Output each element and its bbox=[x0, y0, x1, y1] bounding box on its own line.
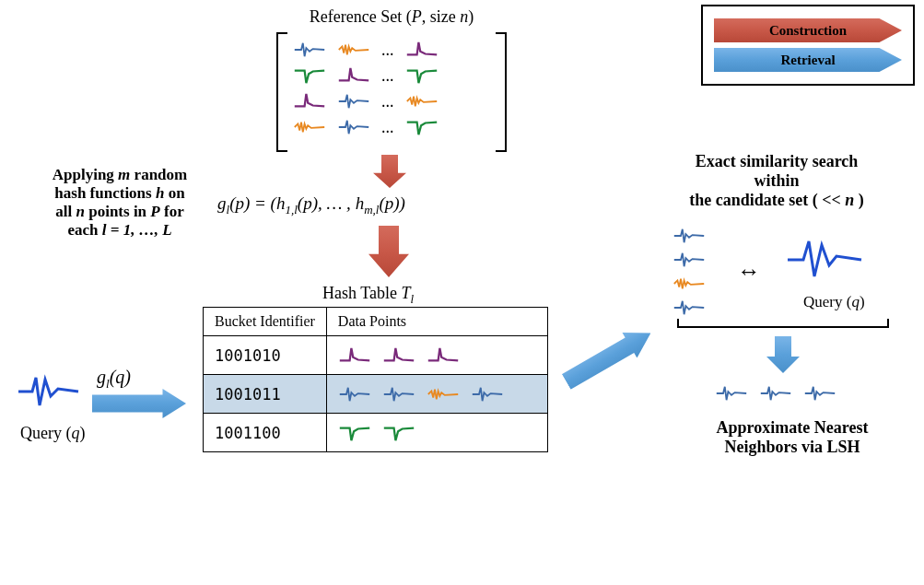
waveform-orange-icon bbox=[293, 117, 326, 137]
table-row: 1001010 bbox=[204, 336, 548, 375]
query-waveform-right-icon bbox=[783, 232, 866, 287]
table-row-highlighted: 1001011 bbox=[204, 375, 548, 414]
waveform-blue-icon bbox=[382, 384, 415, 404]
data-header: Data Points bbox=[326, 308, 547, 336]
data-points-cell bbox=[326, 336, 547, 375]
query-waveform-icon bbox=[14, 369, 83, 415]
waveform-green-dip-icon bbox=[405, 117, 439, 137]
construction-arrow-down-big-icon bbox=[368, 226, 409, 277]
waveform-green-dip-icon bbox=[338, 423, 371, 443]
bucket-id-cell: 1001011 bbox=[204, 375, 327, 414]
waveform-blue-icon bbox=[759, 383, 792, 404]
bracket-left-icon bbox=[276, 32, 287, 152]
waveform-orange-icon bbox=[673, 274, 706, 294]
legend-box: Construction Retrieval bbox=[701, 5, 915, 86]
data-points-cell bbox=[326, 414, 547, 452]
double-arrow-icon: ↔ bbox=[737, 258, 761, 286]
result-line1: Approximate Nearest bbox=[717, 418, 869, 437]
query-label: Query (q) bbox=[20, 424, 85, 443]
matrix-grid: ... ... ... ... bbox=[293, 40, 439, 137]
table-title-T: T bbox=[401, 284, 410, 302]
hash-table: Bucket Identifier Data Points 1001010 10… bbox=[203, 307, 548, 452]
waveform-blue-icon bbox=[293, 40, 326, 60]
reference-matrix: ... ... ... ... bbox=[276, 32, 507, 152]
waveform-green-dip-icon bbox=[405, 65, 439, 86]
candidate-set bbox=[673, 226, 728, 322]
legend-retrieval-row: Retrieval bbox=[714, 47, 902, 73]
bucket-header: Bucket Identifier bbox=[204, 308, 327, 336]
retrieval-arrow: Retrieval bbox=[714, 48, 902, 72]
matrix-ellipsis: ... bbox=[381, 118, 394, 137]
exact-search-description: Exact similarity search within the candi… bbox=[648, 152, 906, 210]
waveform-blue-icon bbox=[337, 117, 370, 137]
waveform-purple-spike-icon bbox=[338, 345, 371, 366]
hash-formula: gl(p) = (h1,l(p), … , hm,l(p)) bbox=[217, 193, 405, 217]
matrix-ellipsis: ... bbox=[381, 92, 394, 111]
q-formula-q: (q) bbox=[110, 367, 131, 387]
construction-arrow: Construction bbox=[714, 18, 902, 42]
query-hash-formula: gl(q) bbox=[97, 367, 131, 392]
formula-h: h bbox=[276, 193, 286, 213]
underbracket-icon bbox=[677, 319, 889, 328]
formula-sub-1l: 1,l bbox=[285, 203, 297, 216]
query-waveform-right bbox=[783, 232, 866, 291]
retrieval-label: Retrieval bbox=[780, 53, 835, 68]
formula-p: p bbox=[235, 193, 244, 213]
hash-table-title: Hash Table Tl bbox=[322, 284, 414, 307]
waveform-blue-icon bbox=[803, 383, 836, 404]
formula-h2: h bbox=[356, 193, 365, 213]
formula-sub-ml: m,l bbox=[364, 203, 379, 216]
formula-p2: (p), … , bbox=[298, 193, 356, 213]
legend-construction-row: Construction bbox=[714, 18, 902, 43]
waveform-blue-icon bbox=[673, 226, 706, 246]
waveform-purple-spike-icon bbox=[405, 40, 439, 60]
waveform-blue-icon bbox=[673, 250, 706, 270]
retrieval-arrow-down-icon bbox=[766, 336, 800, 373]
waveform-orange-icon bbox=[427, 384, 460, 404]
formula-p3: (p)) bbox=[379, 193, 404, 213]
waveform-blue-icon bbox=[715, 383, 748, 404]
reference-set-title: Reference Set (P, size n) bbox=[253, 7, 530, 27]
result-line2: Neighbors via LSH bbox=[724, 438, 860, 456]
waveform-purple-spike-icon bbox=[427, 345, 460, 366]
matrix-ellipsis: ... bbox=[381, 66, 394, 86]
table-title-sub: l bbox=[410, 292, 414, 306]
waveform-green-dip-icon bbox=[293, 65, 326, 86]
construction-label: Construction bbox=[769, 23, 847, 39]
table-title-text: Hash Table bbox=[322, 284, 401, 302]
waveform-blue-icon bbox=[471, 384, 504, 404]
data-points-cell bbox=[326, 375, 547, 414]
waveform-green-dip-icon bbox=[382, 423, 415, 443]
formula-g: g bbox=[217, 193, 227, 213]
waveform-purple-spike-icon bbox=[337, 65, 370, 86]
waveform-purple-spike-icon bbox=[382, 345, 415, 366]
right-text-line2: within bbox=[754, 171, 799, 190]
retrieval-arrow-diagonal-icon bbox=[559, 321, 673, 419]
result-neighbors bbox=[715, 383, 836, 404]
result-label: Approximate Nearest Neighbors via LSH bbox=[677, 418, 907, 457]
matrix-ellipsis: ... bbox=[381, 41, 394, 60]
bracket-right-icon bbox=[496, 32, 507, 152]
construction-arrow-down-icon bbox=[373, 155, 406, 188]
bucket-id-cell: 1001100 bbox=[204, 414, 327, 452]
waveform-orange-icon bbox=[405, 91, 439, 111]
waveform-purple-spike-icon bbox=[293, 91, 326, 111]
waveform-blue-icon bbox=[673, 298, 706, 318]
right-text-line1: Exact similarity search bbox=[696, 152, 859, 170]
waveform-blue-icon bbox=[337, 91, 370, 111]
query-right-label: Query (q) bbox=[803, 293, 865, 311]
retrieval-arrow-right-icon bbox=[92, 389, 186, 418]
formula-paren2: ) = ( bbox=[244, 193, 276, 213]
waveform-orange-icon bbox=[337, 40, 370, 60]
query-waveform bbox=[14, 369, 83, 418]
q-formula-g: g bbox=[97, 367, 106, 387]
waveform-blue-icon bbox=[338, 384, 371, 404]
table-row: 1001100 bbox=[204, 414, 548, 452]
hash-function-description: Applying m random hash functions h on al… bbox=[18, 166, 221, 240]
bucket-id-cell: 1001010 bbox=[204, 336, 327, 375]
